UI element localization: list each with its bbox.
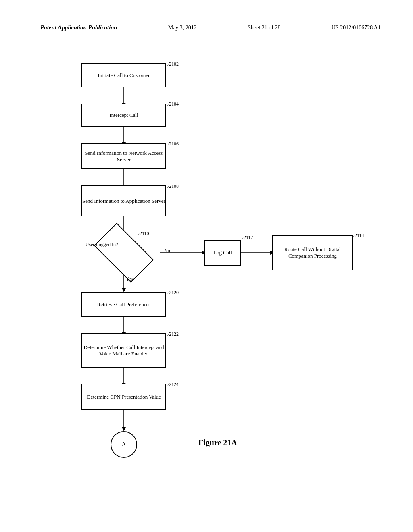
node-2112: Log Call xyxy=(204,240,241,266)
node-2114: Route Call Without Digital Companion Pro… xyxy=(272,235,353,270)
node-2110-label: User Logged In? xyxy=(79,242,124,248)
ref-2114: ∕2114 xyxy=(354,233,364,239)
page: Patent Application Publication May 3, 20… xyxy=(0,0,413,532)
node-2122: Determine Whether Call Intercept and Voi… xyxy=(81,333,166,368)
ref-2110: ∕2110 xyxy=(139,231,149,237)
ref-2112: ∕2112 xyxy=(243,235,253,241)
ref-2106: ∕2106 xyxy=(168,141,179,147)
node-2106: Send Information to Network Access Serve… xyxy=(81,143,166,169)
ref-2124: ∕2124 xyxy=(168,382,179,388)
no-label: No xyxy=(164,248,170,254)
svg-marker-13 xyxy=(122,288,126,292)
node-2124: Determine CPN Presentation Value xyxy=(81,384,166,410)
node-2108: Send Information to Application Server xyxy=(81,185,166,216)
node-circle-a: A xyxy=(111,431,137,458)
header: Patent Application Publication May 3, 20… xyxy=(40,24,381,31)
ref-2102: ∕2102 xyxy=(168,61,179,67)
ref-2104: ∕2104 xyxy=(168,101,179,107)
ref-2108: ∕2108 xyxy=(168,183,179,189)
svg-marker-19 xyxy=(122,427,126,431)
node-2104: Intercept Call xyxy=(81,104,166,127)
publication-title: Patent Application Publication xyxy=(40,24,117,31)
yes-label: Yes xyxy=(126,276,133,282)
ref-2122: ∕2122 xyxy=(168,331,179,337)
publication-date: May 3, 2012 xyxy=(168,25,197,31)
node-2110-wrapper: User Logged In? xyxy=(86,233,162,273)
figure-label: Figure 21A xyxy=(198,438,237,447)
node-2120: Retrieve Call Preferences xyxy=(81,292,166,317)
sheet-info: Sheet 21 of 28 xyxy=(248,25,280,31)
patent-number: US 2012/0106728 A1 xyxy=(332,25,381,31)
ref-2120: ∕2120 xyxy=(168,290,179,296)
node-2102: Initiate Call to Customer xyxy=(81,63,166,87)
